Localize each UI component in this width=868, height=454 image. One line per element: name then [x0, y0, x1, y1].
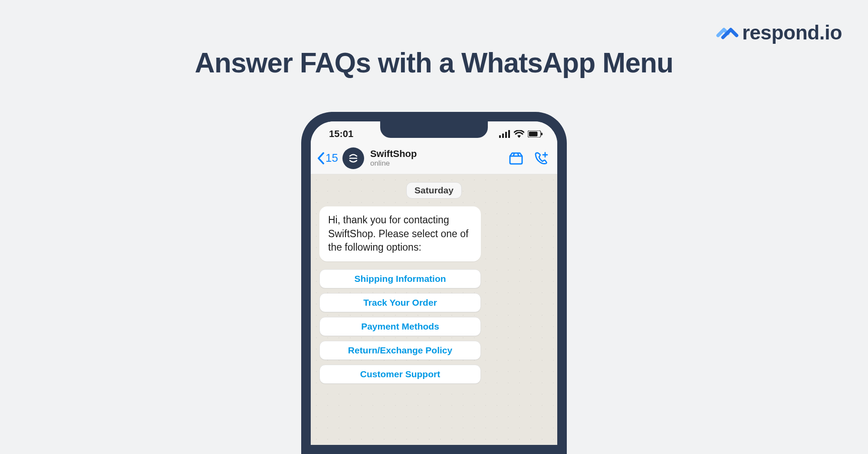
svg-rect-2 [505, 132, 507, 138]
back-button[interactable]: 15 [317, 151, 338, 165]
phone-notch [380, 121, 488, 138]
chat-header: 15 SwiftShop online [311, 142, 557, 174]
call-add-icon[interactable] [534, 151, 549, 165]
contact-avatar[interactable] [342, 147, 364, 169]
menu-option[interactable]: Payment Methods [319, 317, 481, 336]
contact-info[interactable]: SwiftShop online [370, 148, 509, 168]
avatar-logo-icon [347, 152, 359, 164]
contact-name: SwiftShop [370, 148, 509, 159]
status-icons [499, 130, 542, 138]
phone-frame: 15:01 15 SwiftShop online [301, 112, 567, 454]
svg-rect-1 [502, 134, 504, 138]
svg-rect-3 [508, 130, 510, 138]
chat-body[interactable]: Saturday Hi, thank you for contacting Sw… [311, 174, 557, 445]
svg-rect-5 [529, 132, 538, 137]
incoming-message: Hi, thank you for contacting SwiftShop. … [319, 206, 481, 261]
menu-option[interactable]: Customer Support [319, 365, 481, 384]
back-count: 15 [326, 151, 338, 165]
menu-option[interactable]: Shipping Information [319, 269, 481, 288]
brand-mark-icon [716, 21, 740, 44]
svg-rect-6 [541, 133, 542, 135]
status-time: 15:01 [329, 128, 353, 140]
brand-logo: respond.io [716, 21, 842, 44]
page-title: Answer FAQs with a WhatsApp Menu [0, 47, 868, 79]
wifi-icon [514, 130, 524, 138]
menu-option[interactable]: Return/Exchange Policy [319, 341, 481, 360]
menu-option[interactable]: Track Your Order [319, 293, 481, 312]
svg-rect-0 [499, 135, 501, 138]
cellular-signal-icon [499, 130, 510, 138]
battery-icon [528, 131, 542, 137]
brand-name: respond.io [742, 21, 842, 44]
phone-screen: 15:01 15 SwiftShop online [311, 121, 557, 445]
chevron-left-icon [317, 152, 325, 165]
date-chip: Saturday [406, 182, 462, 199]
catalog-icon[interactable] [509, 152, 523, 165]
contact-status: online [370, 159, 509, 168]
